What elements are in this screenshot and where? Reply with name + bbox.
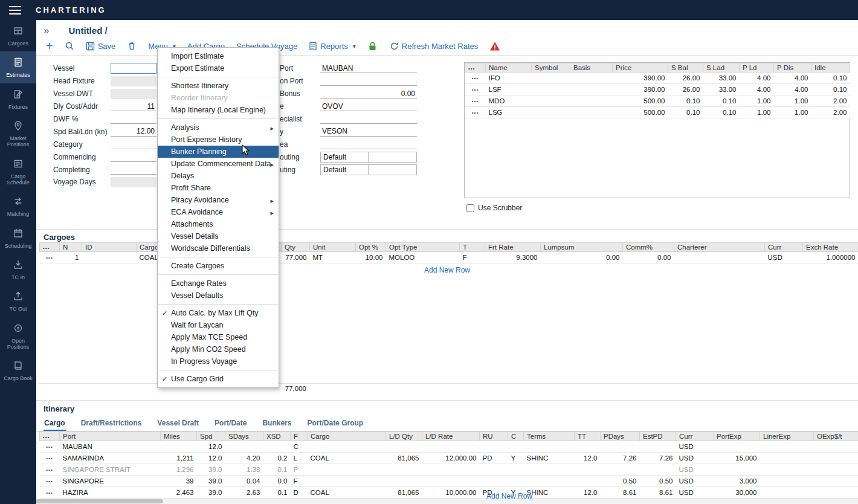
- sdays-cell[interactable]: 1.38: [225, 464, 263, 476]
- symbol-cell[interactable]: [532, 73, 570, 84]
- oexp-cell[interactable]: [814, 476, 858, 487]
- row-menu-button[interactable]: [40, 441, 60, 453]
- miles-cell[interactable]: 2,463: [161, 487, 197, 499]
- ld-qty-cell[interactable]: 81,065: [386, 487, 422, 499]
- new-estimate-button[interactable]: +: [46, 40, 53, 52]
- curr-cell[interactable]: USD: [676, 441, 714, 453]
- sidebar-item-tc-in[interactable]: TC In: [0, 254, 36, 285]
- f-cell[interactable]: D: [291, 487, 308, 499]
- sdays-cell[interactable]: [225, 441, 263, 453]
- horizontal-scrollbar[interactable]: [36, 499, 858, 504]
- sidebar-item-cargoes[interactable]: Cargoes: [0, 20, 36, 51]
- xsd-cell[interactable]: 0.2: [263, 453, 291, 464]
- price-cell[interactable]: 390.00: [613, 84, 668, 95]
- piracy-routing-extra-cell[interactable]: [369, 164, 417, 175]
- dly-cost-addr-field[interactable]: [111, 102, 156, 111]
- symbol-cell[interactable]: [532, 107, 570, 118]
- exch-rate-cell[interactable]: 1.000000: [803, 252, 858, 263]
- p-ld-cell[interactable]: 1.00: [740, 95, 774, 107]
- frt-rate-cell[interactable]: 9.3000: [485, 252, 541, 263]
- idle-cell[interactable]: 0.10: [811, 84, 850, 95]
- sidebar-item-fixtures[interactable]: Fixtures: [0, 83, 36, 115]
- pdays-cell[interactable]: 0.50: [601, 476, 640, 487]
- search-button[interactable]: [65, 41, 74, 51]
- terms-cell[interactable]: SHINC: [524, 453, 575, 464]
- s-bal-cell[interactable]: 0.10: [668, 107, 703, 118]
- commencing-field[interactable]: [111, 152, 156, 162]
- estpd-cell[interactable]: 0.50: [640, 476, 676, 487]
- spd-cell[interactable]: 39.0: [197, 476, 225, 487]
- c-cell[interactable]: [508, 441, 524, 453]
- company-field[interactable]: [320, 127, 417, 137]
- reports-button[interactable]: Reports: [309, 42, 356, 51]
- portexp-cell[interactable]: [714, 441, 760, 453]
- xsd-cell[interactable]: 0.1: [263, 487, 291, 499]
- s-lad-cell[interactable]: 0.10: [703, 95, 740, 107]
- f-cell[interactable]: P: [291, 464, 308, 476]
- tt-cell[interactable]: [575, 476, 601, 487]
- sdays-cell[interactable]: 2.63: [225, 487, 263, 499]
- comm-pct-cell[interactable]: 0.00: [623, 252, 674, 263]
- linerexp-cell[interactable]: [760, 441, 814, 453]
- miles-cell[interactable]: 1,211: [161, 453, 197, 464]
- menu-item-exchange-rates[interactable]: Exchange Rates: [158, 277, 279, 289]
- menu-item-piracy-avoidance[interactable]: Piracy Avoidance: [158, 194, 279, 206]
- portexp-cell[interactable]: [714, 464, 760, 476]
- port-cell[interactable]: MAUBAN: [60, 441, 161, 453]
- row-menu-button[interactable]: [465, 73, 486, 84]
- p-ld-cell[interactable]: 4.00: [740, 73, 774, 84]
- p-ld-cell[interactable]: 4.00: [740, 84, 774, 95]
- port-cell[interactable]: SAMARINDA: [60, 453, 161, 464]
- curr-cell[interactable]: USD: [676, 453, 714, 464]
- port-cell[interactable]: HAZIRA: [60, 487, 161, 499]
- tab-cargo[interactable]: Cargo: [44, 418, 66, 431]
- cargoes-add-new-row-link[interactable]: Add New Row: [424, 266, 470, 274]
- tab-port-date-group[interactable]: Port/Date Group: [306, 418, 364, 431]
- p-ld-cell[interactable]: 1.00: [740, 107, 774, 118]
- s-bal-cell[interactable]: 0.10: [668, 95, 703, 107]
- name-cell[interactable]: IFO: [486, 73, 532, 84]
- cargo-cell[interactable]: [308, 464, 386, 476]
- ru-cell[interactable]: PD: [480, 453, 508, 464]
- ld-rate-cell[interactable]: 12,000.00: [422, 453, 480, 464]
- spd-cell[interactable]: 39.0: [197, 464, 225, 476]
- menu-item-vessel-defaults[interactable]: Vessel Defaults: [158, 289, 279, 302]
- sidebar-item-matching[interactable]: Matching: [0, 190, 36, 222]
- name-cell[interactable]: MDO: [486, 95, 532, 107]
- ru-cell[interactable]: [480, 476, 508, 487]
- oexp-cell[interactable]: [814, 487, 858, 499]
- menu-item-port-expense-history[interactable]: Port Expense History: [158, 134, 279, 146]
- estpd-cell[interactable]: [640, 464, 676, 476]
- row-menu-button[interactable]: [465, 95, 486, 107]
- sidebar-item-cargo-book[interactable]: Cargo Book: [0, 355, 36, 386]
- basis-cell[interactable]: [570, 73, 613, 84]
- spd-cell[interactable]: 12.0: [197, 441, 225, 453]
- oexp-cell[interactable]: [814, 464, 858, 476]
- category-field[interactable]: [111, 140, 156, 149]
- menu-item-worldscale-differentials[interactable]: Worldscale Differentials: [158, 242, 279, 254]
- linerexp-cell[interactable]: [760, 464, 814, 476]
- sidebar-item-open-positions[interactable]: Open Positions: [0, 317, 36, 355]
- ru-cell[interactable]: [480, 441, 508, 453]
- row-menu-button[interactable]: [40, 464, 60, 476]
- voyage-type-field[interactable]: [320, 102, 417, 111]
- qty-cell[interactable]: 77,000: [282, 252, 310, 263]
- use-scrubber-checkbox[interactable]: [466, 204, 474, 212]
- pdays-cell[interactable]: [601, 441, 640, 453]
- piracy-routing-select[interactable]: Default: [320, 164, 369, 175]
- pdays-cell[interactable]: 7.26: [601, 453, 640, 464]
- basis-cell[interactable]: [570, 95, 613, 107]
- menu-item-delays[interactable]: Delays: [158, 170, 279, 182]
- xsd-cell[interactable]: 0.0: [263, 476, 291, 487]
- row-menu-button[interactable]: [40, 487, 60, 499]
- p-dis-cell[interactable]: 4.00: [774, 73, 811, 84]
- menu-item-create-cargoes[interactable]: Create Cargoes: [158, 260, 279, 272]
- ru-cell[interactable]: [480, 464, 508, 476]
- price-cell[interactable]: 500.00: [613, 107, 668, 118]
- delete-button[interactable]: [127, 41, 137, 51]
- opt-pct-cell[interactable]: 10.00: [356, 252, 386, 263]
- estpd-cell[interactable]: 8.61: [640, 487, 676, 499]
- eca-routing-select[interactable]: Default: [320, 152, 369, 163]
- p-dis-cell[interactable]: 1.00: [774, 95, 811, 107]
- idle-cell[interactable]: 0.10: [811, 73, 850, 84]
